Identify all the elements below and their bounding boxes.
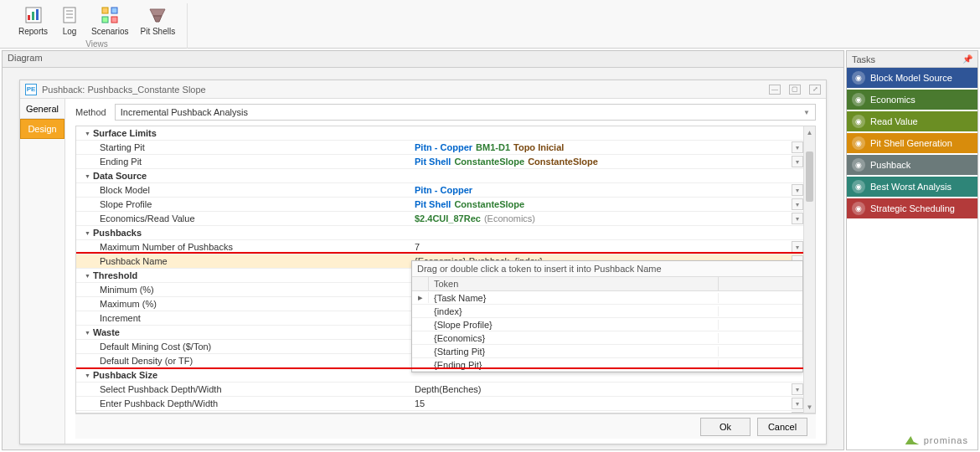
task-icon: ◉ xyxy=(852,71,865,85)
chevron-down-icon[interactable]: ▾ xyxy=(792,383,803,395)
task-icon: ◉ xyxy=(852,202,865,215)
task-icon: ◉ xyxy=(852,180,865,193)
increment-label: Increment xyxy=(76,313,411,323)
ending-pit-label: Ending Pit xyxy=(76,157,411,167)
scroll-thumb[interactable] xyxy=(806,152,813,202)
scroll-up-icon[interactable]: ▲ xyxy=(804,126,815,138)
svg-marker-13 xyxy=(153,16,162,22)
tasks-title: Tasks xyxy=(852,54,875,64)
svg-marker-14 xyxy=(905,436,919,444)
slope-profile-value[interactable]: Pit ShellConstanteSlope▾ xyxy=(411,198,803,210)
vertical-scrollbar[interactable]: ▲ ▼ xyxy=(803,126,815,413)
chevron-down-icon[interactable]: ▾ xyxy=(792,241,803,253)
section-waste[interactable]: Waste xyxy=(93,327,120,337)
task-icon: ◉ xyxy=(852,115,865,128)
ending-pit-value[interactable]: Pit ShellConstanteSlopeConstanteSlope▾ xyxy=(411,156,803,167)
task-icon: ◉ xyxy=(852,93,865,106)
pushback-name-label: Pushback Name xyxy=(76,256,411,266)
svg-rect-11 xyxy=(111,17,117,23)
task-item[interactable]: ◉Read Value xyxy=(847,111,977,131)
tasks-panel: Tasks 📌 ◉Block Model Source◉Economics◉Re… xyxy=(846,50,978,450)
block-model-label: Block Model xyxy=(76,185,411,195)
max-pushbacks-label: Maximum Number of Pushbacks xyxy=(76,242,411,252)
svg-rect-1 xyxy=(28,15,30,20)
pe-icon: PE xyxy=(25,84,37,95)
task-icon: ◉ xyxy=(852,158,865,172)
pitshells-button[interactable]: Pit Shells xyxy=(137,3,178,38)
token-row[interactable]: {Economics} xyxy=(412,331,802,345)
pushback-window: PE Pushback: Pushbacks_Constante Slope —… xyxy=(19,80,827,444)
chevron-down-icon[interactable]: ▾ xyxy=(792,412,803,413)
ribbon: Reports Log Scenarios Pit Shells Views xyxy=(0,0,980,49)
tab-general[interactable]: General xyxy=(20,99,64,119)
ok-button[interactable]: Ok xyxy=(700,418,750,436)
chevron-down-icon[interactable]: ▾ xyxy=(792,156,803,167)
task-item[interactable]: ◉Pit Shell Generation xyxy=(847,133,977,153)
task-label: Read Value xyxy=(870,116,918,126)
max-pct-label: Maximum (%) xyxy=(76,299,411,309)
starting-pit-value[interactable]: Pitn - CopperBM1-D1Topo Inicial▾ xyxy=(411,141,803,153)
token-column-header: Token xyxy=(429,277,719,290)
task-icon: ◉ xyxy=(852,136,865,150)
task-item[interactable]: ◉Strategic Scheduling xyxy=(847,198,977,218)
scenarios-button[interactable]: Scenarios xyxy=(88,3,132,38)
chevron-down-icon[interactable]: ▾ xyxy=(792,213,803,224)
ribbon-group-label: Views xyxy=(85,39,108,49)
chevron-down-icon[interactable]: ▾ xyxy=(792,198,803,210)
scroll-down-icon[interactable]: ▼ xyxy=(804,401,815,413)
chevron-down-icon[interactable]: ▾ xyxy=(792,184,803,196)
min-size-value[interactable]: 312565▾ xyxy=(411,412,803,413)
econ-read-value[interactable]: $2.4CUI_87Rec(Economics)▾ xyxy=(411,213,803,224)
side-tabs: General Design xyxy=(20,99,65,444)
task-label: Pit Shell Generation xyxy=(870,138,952,148)
diagram-panel-header: Diagram xyxy=(3,51,843,68)
select-depth-value[interactable]: Depth(Benches)▾ xyxy=(411,383,803,395)
slope-profile-label: Slope Profile xyxy=(76,199,411,209)
token-dropdown[interactable]: Drag or double click a token to insert i… xyxy=(411,260,803,372)
log-button[interactable]: Log xyxy=(56,3,83,38)
task-label: Strategic Scheduling xyxy=(870,203,955,213)
block-model-value[interactable]: Pitn - Copper▾ xyxy=(411,184,803,196)
svg-rect-9 xyxy=(111,8,117,13)
reports-button[interactable]: Reports xyxy=(15,3,51,38)
section-data-source[interactable]: Data Source xyxy=(93,171,147,181)
maximize-button[interactable]: ▢ xyxy=(789,85,801,95)
method-select[interactable]: Incremental Pushback Analysis ▼ xyxy=(115,104,816,121)
token-row[interactable]: ▸{Task Name} xyxy=(412,291,802,305)
section-surface-limits[interactable]: Surface Limits xyxy=(93,128,157,138)
expand-button[interactable]: ⤢ xyxy=(809,85,821,95)
prominas-logo: prominas xyxy=(904,432,968,449)
method-label: Method xyxy=(75,107,106,117)
default-density-label: Default Density (or TF) xyxy=(76,356,411,366)
token-row[interactable]: {index} xyxy=(412,305,802,318)
section-threshold[interactable]: Threshold xyxy=(93,270,137,280)
chevron-down-icon[interactable]: ▾ xyxy=(792,398,803,409)
section-pushback-size[interactable]: Pushback Size xyxy=(93,370,157,380)
task-item[interactable]: ◉Pushback xyxy=(847,155,977,175)
token-row[interactable]: {Starting Pit} xyxy=(412,345,802,358)
minimize-button[interactable]: — xyxy=(769,85,781,95)
svg-rect-8 xyxy=(102,8,108,13)
token-row[interactable]: {Ending Pit} xyxy=(412,358,802,372)
task-item[interactable]: ◉Best Worst Analysis xyxy=(847,177,977,197)
econ-read-label: Economics/Read Value xyxy=(76,213,411,223)
task-label: Pushback xyxy=(870,160,910,170)
ribbon-group-views: Reports Log Scenarios Pit Shells Views xyxy=(7,3,188,49)
section-pushbacks[interactable]: Pushbacks xyxy=(93,228,142,238)
cancel-button[interactable]: Cancel xyxy=(757,418,807,436)
task-item[interactable]: ◉Economics xyxy=(847,90,977,110)
svg-rect-3 xyxy=(36,9,39,20)
diagram-panel: Diagram PE Pushback: Pushbacks_Constante… xyxy=(2,50,844,450)
svg-rect-4 xyxy=(64,8,75,23)
token-row[interactable]: {Slope Profile} xyxy=(412,318,802,331)
pin-icon[interactable]: 📌 xyxy=(962,54,972,64)
property-grid: ▼Surface Limits Starting PitPitn - Coppe… xyxy=(75,126,816,413)
max-pushbacks-value[interactable]: 7▾ xyxy=(411,241,803,253)
svg-rect-2 xyxy=(32,12,34,20)
task-item[interactable]: ◉Block Model Source xyxy=(847,68,977,88)
chevron-down-icon[interactable]: ▾ xyxy=(792,141,803,153)
starting-pit-label: Starting Pit xyxy=(76,142,411,152)
task-label: Block Model Source xyxy=(870,73,952,83)
tab-design[interactable]: Design xyxy=(20,119,64,139)
enter-depth-value[interactable]: 15▾ xyxy=(411,398,803,409)
